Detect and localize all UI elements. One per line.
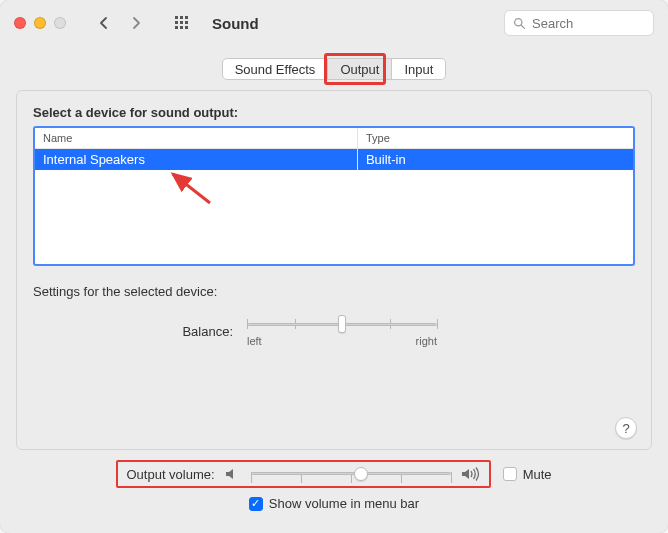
tab-label: Input (404, 62, 433, 77)
sound-prefpane-window: Sound Sound Effects Output Input Select … (0, 0, 668, 533)
device-type-cell: Built-in (358, 149, 633, 170)
forward-button (122, 11, 150, 35)
tabs: Sound Effects Output Input (222, 58, 447, 80)
search-icon (513, 17, 526, 30)
svg-rect-6 (175, 26, 178, 29)
tab-output[interactable]: Output (328, 58, 392, 80)
svg-rect-7 (180, 26, 183, 29)
content-area: Sound Effects Output Input Select a devi… (0, 46, 668, 533)
svg-rect-1 (180, 16, 183, 19)
mute-checkbox-row[interactable]: Mute (503, 467, 552, 482)
settings-for-device-label: Settings for the selected device: (33, 284, 635, 299)
zoom-window-button (54, 17, 66, 29)
balance-slider[interactable]: left right (247, 315, 437, 347)
window-controls (14, 17, 66, 29)
svg-rect-3 (175, 21, 178, 24)
mute-label: Mute (523, 467, 552, 482)
output-volume-slider[interactable] (251, 466, 451, 482)
svg-rect-5 (185, 21, 188, 24)
mute-checkbox[interactable] (503, 467, 517, 481)
tab-sound-effects[interactable]: Sound Effects (222, 58, 329, 80)
minimize-window-button[interactable] (34, 17, 46, 29)
back-button[interactable] (90, 11, 118, 35)
titlebar: Sound (0, 0, 668, 46)
tabs-wrap: Sound Effects Output Input (222, 58, 447, 90)
svg-rect-2 (185, 16, 188, 19)
table-row[interactable]: Internal Speakers Built-in (35, 149, 633, 170)
svg-rect-8 (185, 26, 188, 29)
device-name-cell: Internal Speakers (35, 149, 358, 170)
footer: Output volume: (16, 450, 652, 525)
tab-label: Output (340, 62, 379, 77)
svg-point-9 (515, 18, 522, 25)
window-title: Sound (212, 15, 259, 32)
show-volume-menubar-label: Show volume in menu bar (269, 496, 419, 511)
device-table-body: Internal Speakers Built-in (35, 149, 633, 264)
help-button[interactable]: ? (615, 417, 637, 439)
column-header-name[interactable]: Name (35, 128, 358, 148)
svg-rect-4 (180, 21, 183, 24)
tab-input[interactable]: Input (392, 58, 446, 80)
svg-line-10 (521, 25, 524, 28)
volume-slider-thumb[interactable] (354, 467, 368, 481)
tab-label: Sound Effects (235, 62, 316, 77)
device-table-header: Name Type (35, 128, 633, 149)
show-all-prefs-button[interactable] (168, 11, 196, 35)
search-input[interactable] (532, 16, 645, 31)
column-header-type[interactable]: Type (358, 128, 633, 148)
balance-row: Balance: left (33, 315, 635, 347)
show-volume-menubar-row[interactable]: Show volume in menu bar (249, 496, 419, 511)
balance-left-label: left (247, 335, 262, 347)
show-volume-menubar-checkbox[interactable] (249, 497, 263, 511)
balance-slider-thumb[interactable] (338, 315, 346, 333)
nav-buttons (90, 11, 150, 35)
output-volume-row: Output volume: (116, 460, 490, 488)
select-device-label: Select a device for sound output: (33, 105, 635, 120)
svg-rect-0 (175, 16, 178, 19)
speaker-low-icon (225, 467, 241, 481)
output-panel: Select a device for sound output: Name T… (16, 90, 652, 450)
balance-right-label: right (416, 335, 437, 347)
balance-label: Balance: (33, 324, 233, 339)
output-volume-label: Output volume: (126, 467, 214, 482)
device-table[interactable]: Name Type Internal Speakers Built-in (33, 126, 635, 266)
close-window-button[interactable] (14, 17, 26, 29)
speaker-high-icon (461, 467, 481, 481)
search-field[interactable] (504, 10, 654, 36)
